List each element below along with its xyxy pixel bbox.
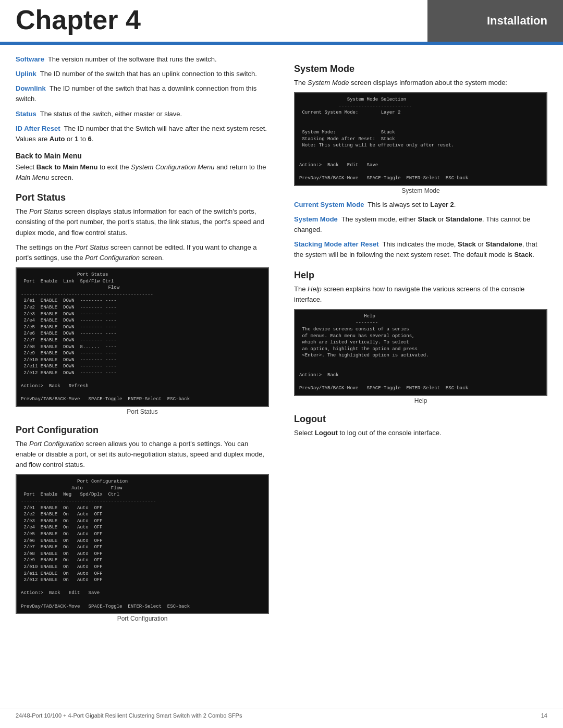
system-mode-text: System Mode The system mode, either Stac… [294, 214, 547, 235]
system-mode-caption: System Mode [294, 187, 547, 194]
back-to-main-heading: Back to Main Menu [16, 152, 269, 160]
term-status: Status The status of the switch, either … [16, 109, 269, 119]
system-mode-para1: The System Mode screen displays informat… [294, 78, 547, 88]
port-config-screen: Port Configuration Auto Flow Port Enable… [16, 474, 269, 614]
port-status-heading: Port Status [16, 192, 269, 203]
system-mode-heading: System Mode [294, 64, 547, 75]
footer-product: 24/48-Port 10/100 + 4-Port Gigabit Resil… [16, 712, 242, 719]
current-system-mode-text: Current System Mode This is always set t… [294, 200, 547, 210]
help-heading: Help [294, 270, 547, 281]
term-uplink: Uplink The ID number of the switch that … [16, 69, 269, 79]
term-software: Software The version number of the softw… [16, 54, 269, 65]
port-status-screen: Port Status Port Enable Link Spd/Flw Ctr… [16, 267, 269, 407]
logout-text: Select Logout to log out of the console … [294, 428, 547, 438]
chapter-title: Chapter 4 [0, 0, 427, 42]
help-screen: Help -------- The device screens consist… [294, 309, 547, 396]
port-status-para2: The settings on the Port Status screen c… [16, 242, 269, 263]
stacking-mode-text: Stacking Mode after Reset This indicates… [294, 239, 547, 260]
port-config-para1: The Port Configuration screen allows you… [16, 439, 269, 470]
left-column: Software The version number of the softw… [16, 54, 282, 627]
port-config-heading: Port Configuration [16, 425, 269, 436]
port-status-caption: Port Status [16, 408, 269, 415]
term-downlink: Downlink The ID number of the switch tha… [16, 83, 269, 104]
system-mode-screen: System Mode Selection ------------------… [294, 92, 547, 186]
logout-heading: Logout [294, 414, 547, 425]
term-id-after-reset: ID After Reset The ID number that the Sw… [16, 124, 269, 144]
main-content: Software The version number of the softw… [0, 54, 563, 627]
page-header: Chapter 4 Installation [0, 0, 563, 42]
help-caption: Help [294, 397, 547, 404]
right-column: System Mode The System Mode screen displ… [282, 54, 547, 627]
port-status-para1: The Port Status screen displays status i… [16, 206, 269, 238]
accent-bar [0, 42, 563, 45]
footer-page: 14 [541, 712, 547, 719]
port-config-caption: Port Configuration [16, 615, 269, 622]
back-to-main-text: Select Back to Main Menu to exit the Sys… [16, 162, 269, 183]
section-banner: Installation [427, 0, 563, 42]
help-para1: The Help screen explains how to navigate… [294, 284, 547, 305]
page-footer: 24/48-Port 10/100 + 4-Port Gigabit Resil… [0, 709, 563, 719]
